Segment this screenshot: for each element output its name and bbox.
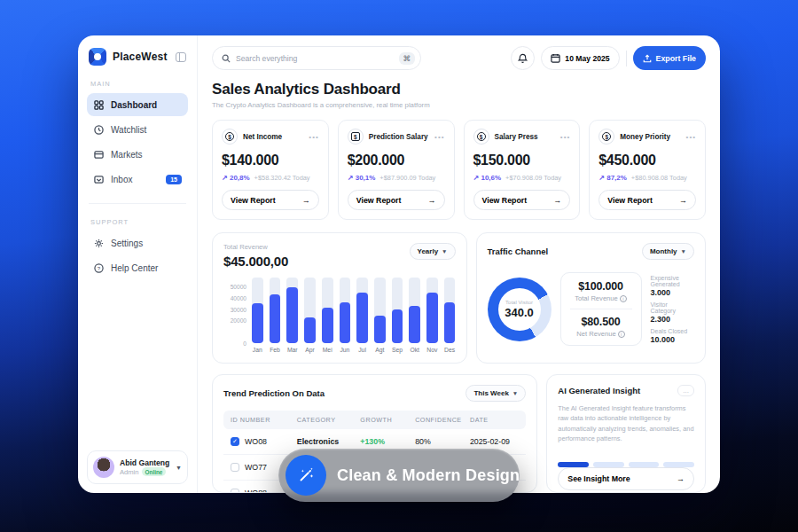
view-report-label: View Report: [356, 196, 402, 205]
traffic-period-select[interactable]: Monthly ▼: [642, 243, 694, 260]
bar: [392, 309, 403, 343]
ai-insight-description: The AI Generated Insight feature transfo…: [558, 403, 694, 444]
stat-card-label: Salary Press: [495, 133, 555, 141]
gauge-value: 340.0: [505, 306, 534, 319]
stat-card-label: Money Priority: [620, 133, 680, 141]
traffic-title: Traffic Channel: [488, 246, 549, 256]
view-report-label: View Report: [482, 196, 528, 205]
y-tick-label: 40000: [231, 294, 246, 301]
revenue-period-select[interactable]: Yearly ▼: [410, 243, 456, 260]
y-tick-label: 50000: [231, 284, 246, 290]
x-tick-label: Jan: [252, 347, 263, 353]
more-menu-icon[interactable]: ...: [677, 385, 694, 396]
row-checkbox[interactable]: [231, 489, 239, 493]
stat-card: $ Net Income ••• $140.000 ↗ 20,8% +$58.3…: [212, 120, 329, 220]
status-badge: Online: [142, 467, 167, 476]
stat-card-value: $450.000: [598, 153, 696, 168]
revenue-value: $45.000,00: [223, 254, 288, 269]
view-report-button[interactable]: View Report →: [598, 190, 696, 210]
chevron-down-icon[interactable]: ▼: [176, 465, 182, 471]
more-menu-icon[interactable]: •••: [309, 133, 318, 141]
bar-track: [322, 278, 333, 343]
profile-name: Abid Ganteng: [120, 458, 169, 467]
x-tick-label: Mar: [286, 347, 298, 353]
row-id: WO77: [245, 463, 267, 472]
stat-card: $ Salary Press ••• $150.000 ↗ 10,6% +$70…: [464, 120, 581, 220]
bar: [444, 302, 456, 343]
arrow-right-icon: →: [553, 196, 561, 205]
main-content: ⌘ 10 May 2025: [198, 35, 720, 493]
sidebar-item-label: Markets: [111, 150, 182, 160]
grid-icon: [93, 99, 104, 110]
traffic-stat: Deals Closed 10.000: [651, 328, 694, 344]
row-checkbox[interactable]: ✓: [231, 437, 239, 446]
trend-period-select[interactable]: This Week ▼: [466, 385, 526, 402]
more-menu-icon[interactable]: •••: [686, 133, 696, 141]
x-tick-label: Des: [444, 347, 456, 353]
more-menu-icon[interactable]: •••: [560, 133, 570, 141]
brand-name: PlaceWest: [113, 51, 169, 63]
bar: [356, 293, 368, 343]
bar-chart-bars: [252, 278, 456, 343]
search-bar[interactable]: ⌘: [212, 46, 421, 70]
revenue-period-value: Yearly: [418, 247, 439, 255]
column-header: CATEGORY: [297, 416, 361, 424]
chevron-down-icon: ▼: [681, 248, 686, 254]
sidebar-item-watchlist[interactable]: Watchlist: [87, 118, 188, 141]
date-picker-button[interactable]: 10 May 2025: [541, 46, 619, 70]
bar: [426, 293, 438, 343]
export-file-button[interactable]: Export File: [633, 46, 706, 70]
sidebar-item-help-center[interactable]: ? Help Center: [87, 256, 188, 279]
bar-chart-yaxis: 020000300004000050000: [223, 278, 246, 343]
arrow-right-icon: →: [428, 196, 436, 205]
stat-card-label: Net Income: [243, 133, 303, 141]
info-icon: i: [618, 331, 625, 338]
stat-card-delta: +$58.320.42 Today: [254, 174, 310, 182]
stat-card-icon: $: [598, 129, 614, 145]
row-id: WO88: [245, 489, 267, 493]
arrow-right-icon: →: [302, 196, 310, 205]
stat-card-value: $200.000: [348, 153, 445, 168]
view-report-label: View Report: [231, 196, 276, 205]
net-revenue-label: Net Revenuei: [570, 330, 632, 338]
row-checkbox[interactable]: [231, 463, 239, 472]
search-input[interactable]: [236, 54, 394, 63]
sidebar-item-dashboard[interactable]: Dashboard: [87, 93, 188, 116]
traffic-stat-label: Visitor Category: [651, 301, 694, 314]
column-header: CONFIDENCE: [415, 416, 470, 424]
sidebar-collapse-icon[interactable]: [176, 52, 186, 62]
sidebar-item-label: Dashboard: [111, 100, 182, 110]
stat-card-change: ↗ 10,6%: [473, 174, 502, 182]
profile-card[interactable]: Abid Ganteng Admin Online ▼: [87, 450, 188, 484]
sidebar-item-markets[interactable]: Markets: [87, 143, 188, 166]
bar-track: [252, 278, 263, 343]
trend-table-title: Trend Prediction On Data: [223, 388, 325, 398]
view-report-button[interactable]: View Report →: [222, 190, 319, 210]
notifications-button[interactable]: [511, 46, 535, 70]
info-icon: i: [620, 295, 627, 302]
see-insight-button[interactable]: See Insight More →: [558, 467, 694, 490]
x-tick-label: Mei: [322, 347, 333, 353]
chevron-down-icon: ▼: [512, 390, 518, 396]
stat-card-delta: +$87.900.09 Today: [379, 174, 435, 182]
bar: [252, 303, 263, 343]
brand: PlaceWest: [87, 48, 188, 66]
view-report-button[interactable]: View Report →: [348, 190, 445, 210]
y-tick-label: 20000: [231, 317, 246, 324]
traffic-channel-card: Traffic Channel Monthly ▼ Total Visitor …: [476, 232, 706, 364]
traffic-period-value: Monthly: [650, 247, 677, 255]
stat-card: $ Prediction Salary ••• $200.000 ↗ 30,1%…: [338, 120, 455, 220]
date-label: 10 May 2025: [565, 54, 609, 63]
inbox-icon: [93, 174, 104, 184]
sidebar-item-settings[interactable]: Settings: [87, 231, 188, 254]
sidebar-item-inbox[interactable]: Inbox 15: [87, 168, 188, 191]
view-report-button[interactable]: View Report →: [473, 190, 571, 210]
sidebar-item-label: Settings: [111, 239, 182, 248]
more-menu-icon[interactable]: •••: [434, 133, 444, 141]
export-label: Export File: [656, 54, 696, 63]
clock-icon: [93, 124, 104, 135]
net-revenue-value: $80.500: [570, 316, 632, 328]
total-visitor-gauge: Total Visitor 340.0: [488, 278, 552, 341]
x-tick-label: Jul: [356, 347, 368, 353]
magic-wand-icon: [286, 455, 326, 496]
